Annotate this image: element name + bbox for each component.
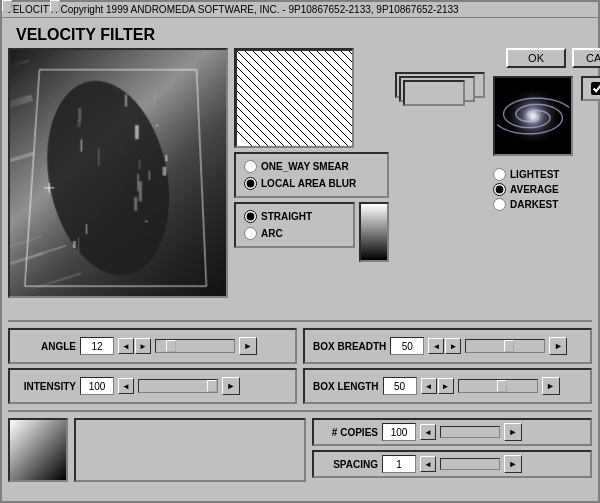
copies-value[interactable]: 100 (382, 423, 416, 441)
spacing-big-right[interactable]: ► (504, 455, 522, 473)
separator-2 (8, 410, 592, 412)
one-way-smear-option[interactable]: ONE_WAY SMEAR (244, 160, 379, 173)
darkest-option[interactable]: DARKEST (493, 198, 559, 211)
box-breadth-control: BOX BREADTH 50 ◄ ► ► (313, 337, 582, 355)
copies-thumb[interactable] (50, 0, 60, 12)
box-breadth-right-arrow[interactable]: ► (445, 338, 461, 354)
copies-left-arrow[interactable]: ◄ (420, 424, 436, 440)
angle-right-arrow[interactable]: ► (135, 338, 151, 354)
spacing-row: SPACING 1 ◄ ► (312, 450, 592, 478)
bottom-left-preview (8, 418, 68, 482)
spacing-label: SPACING (320, 459, 378, 470)
box-breadth-left-arrow[interactable]: ◄ (428, 338, 444, 354)
box-length-track[interactable] (458, 379, 538, 393)
middle-controls: ONE_WAY SMEAR LOCAL AREA BLUR STRAIGHT (234, 48, 389, 318)
preview-image (8, 48, 228, 298)
lightest-option[interactable]: LIGHTEST (493, 168, 559, 181)
arc-radio[interactable] (244, 227, 257, 240)
right-controls: OK CANCEL (395, 48, 600, 318)
spacing-track[interactable] (440, 458, 500, 470)
average-option[interactable]: AVERAGE (493, 183, 559, 196)
one-way-smear-label: ONE_WAY SMEAR (261, 161, 349, 172)
intensity-slider-row: INTENSITY 100 ◄ ► (8, 368, 297, 404)
title-bar-text: VELOCITY: Copyright 1999 ANDROMEDA SOFTW… (6, 4, 459, 15)
smear-mode-group: ONE_WAY SMEAR LOCAL AREA BLUR (234, 152, 389, 198)
straight-arc-row: STRAIGHT ARC (234, 202, 389, 262)
arc-label: ARC (261, 228, 283, 239)
box-length-right-arrow[interactable]: ► (438, 378, 454, 394)
intensity-thumb[interactable] (207, 380, 217, 392)
angle-value[interactable]: 12 (80, 337, 114, 355)
one-way-smear-radio[interactable] (244, 160, 257, 173)
separator-1 (8, 320, 592, 322)
galaxy-blend-col: LIGHTEST AVERAGE DARKEST (489, 72, 577, 318)
bottom-center-box (74, 418, 306, 482)
preview-canvas (10, 50, 226, 296)
box-breadth-thumb[interactable] (504, 340, 514, 352)
cancel-button[interactable]: CANCEL (572, 48, 600, 68)
main-title: VELOCITY FILTER (8, 22, 592, 48)
straight-radio[interactable] (244, 210, 257, 223)
box-breadth-arrows: ◄ ► (428, 338, 461, 354)
darkest-radio[interactable] (493, 198, 506, 211)
fade-checkbox[interactable] (591, 82, 600, 95)
slider-row-1: ANGLE 12 ◄ ► ► BOX B (8, 328, 592, 364)
copies-label: # COPIES (320, 427, 378, 438)
stacked-boxes (395, 72, 485, 318)
box-breadth-value[interactable]: 50 (390, 337, 424, 355)
line-mode-group: STRAIGHT ARC (234, 202, 355, 248)
copies-arrows: ◄ (420, 424, 436, 440)
copies-track[interactable] (440, 426, 500, 438)
arc-option[interactable]: ARC (244, 227, 345, 240)
spacing-value[interactable]: 1 (382, 455, 416, 473)
angle-left-arrow[interactable]: ◄ (118, 338, 134, 354)
top-row: ONE_WAY SMEAR LOCAL AREA BLUR STRAIGHT (8, 48, 592, 318)
thumbnail-canvas (236, 50, 354, 148)
copies-row: # COPIES 100 ◄ ► (312, 418, 592, 446)
spacing-thumb[interactable] (2, 0, 12, 12)
angle-arrows: ◄ ► (118, 338, 151, 354)
local-area-blur-option[interactable]: LOCAL AREA BLUR (244, 177, 379, 190)
intensity-big-right[interactable]: ► (222, 377, 240, 395)
average-radio[interactable] (493, 183, 506, 196)
lightest-radio[interactable] (493, 168, 506, 181)
spacing-arrows: ◄ (420, 456, 436, 472)
intensity-left-arrow[interactable]: ◄ (118, 378, 134, 394)
box-breadth-slider-row: BOX BREADTH 50 ◄ ► ► (303, 328, 592, 364)
intensity-control: INTENSITY 100 ◄ ► (18, 377, 287, 395)
box-length-left-arrow[interactable]: ◄ (421, 378, 437, 394)
content-area: VELOCITY FILTER ONE_WAY SMEAR (2, 18, 598, 501)
box-breadth-big-right[interactable]: ► (549, 337, 567, 355)
galaxy-preview (493, 76, 573, 156)
straight-label: STRAIGHT (261, 211, 312, 222)
nested-box-2 (399, 76, 475, 102)
copies-big-right[interactable]: ► (504, 423, 522, 441)
fade-area: FADE (581, 72, 600, 318)
intensity-arrows: ◄ (118, 378, 134, 394)
box-breadth-label: BOX BREADTH (313, 341, 386, 352)
box-length-control: BOX LENGTH 50 ◄ ► ► (313, 377, 582, 395)
nested-box-1 (395, 72, 485, 98)
straight-option[interactable]: STRAIGHT (244, 210, 345, 223)
angle-thumb[interactable] (166, 340, 176, 352)
thumbnail-box (234, 48, 354, 148)
angle-big-right[interactable]: ► (239, 337, 257, 355)
fade-label[interactable]: FADE (591, 82, 600, 95)
intensity-track[interactable] (138, 379, 218, 393)
box-breadth-track[interactable] (465, 339, 545, 353)
box-length-big-right[interactable]: ► (542, 377, 560, 395)
velocity-filter-window: VELOCITY: Copyright 1999 ANDROMEDA SOFTW… (0, 0, 600, 503)
average-label: AVERAGE (510, 184, 559, 195)
intensity-label: INTENSITY (18, 381, 76, 392)
bottom-section: ANGLE 12 ◄ ► ► BOX B (8, 328, 592, 490)
box-length-thumb[interactable] (497, 380, 507, 392)
ok-button[interactable]: OK (506, 48, 566, 68)
lightest-label: LIGHTEST (510, 169, 559, 180)
angle-track[interactable] (155, 339, 235, 353)
gradient-box (359, 202, 389, 262)
spacing-left-arrow[interactable]: ◄ (420, 456, 436, 472)
intensity-value[interactable]: 100 (80, 377, 114, 395)
box-length-value[interactable]: 50 (383, 377, 417, 395)
local-area-blur-radio[interactable] (244, 177, 257, 190)
blend-mode-group: LIGHTEST AVERAGE DARKEST (489, 164, 563, 215)
